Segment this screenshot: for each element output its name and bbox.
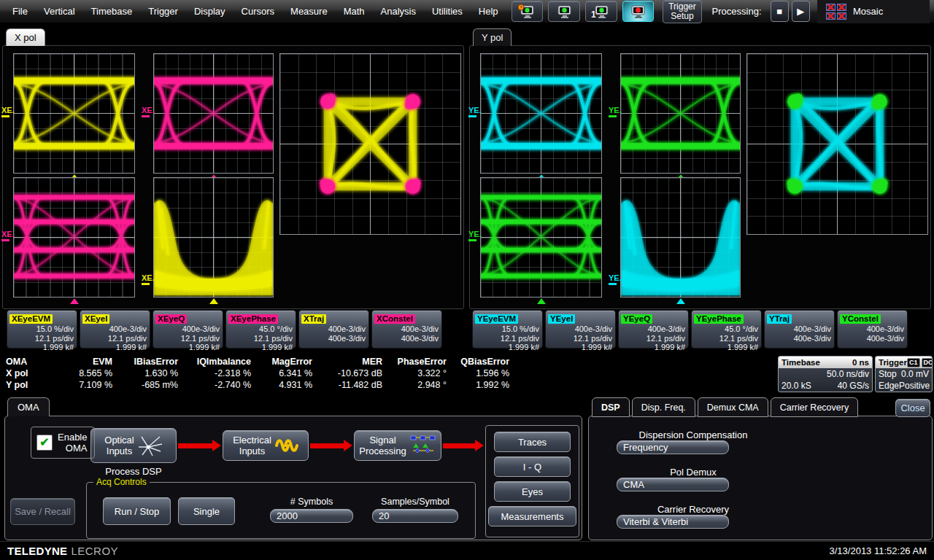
descriptor-label: YEyePhase xyxy=(694,314,744,324)
measurements-button[interactable]: Measurements xyxy=(488,506,576,526)
xpol-eye-q-cell[interactable]: XE. xyxy=(153,53,274,174)
tab-oma[interactable]: OMA xyxy=(7,397,50,416)
traces-button[interactable]: Traces xyxy=(494,432,571,452)
ypol-eye-i-cell[interactable]: YE. xyxy=(480,53,602,174)
teledyne-lecroy-logo: TELEDYNELECROY xyxy=(7,545,118,557)
descriptor-xconstel[interactable]: XConstel 400e-3/div 400e-3/div xyxy=(371,310,442,349)
close-button[interactable]: Close xyxy=(895,399,930,417)
descriptor-yconstel[interactable]: YConstel 400e-3/div 400e-3/div xyxy=(837,310,908,349)
ypol-eye-evm-cell[interactable]: YE. xyxy=(620,177,741,298)
electrical-inputs-button[interactable]: Electrical Inputs xyxy=(223,430,309,461)
tab-dsp[interactable]: DSP xyxy=(592,397,630,417)
menu-timebase[interactable]: Timebase xyxy=(83,6,141,17)
menu-trigger[interactable]: Trigger xyxy=(140,6,186,17)
run-stop-button[interactable]: Run / Stop xyxy=(103,497,171,525)
ypol-eye-phase-cell[interactable]: YE. xyxy=(480,177,602,298)
processing-play-button[interactable]: ▶ xyxy=(792,1,810,22)
timebase-summary-box[interactable]: Timebase 0 ns 50.0 ns/div 20.0 kS 40 GS/… xyxy=(778,356,873,392)
auto-trigger-button[interactable] xyxy=(512,1,544,22)
trigger-mode: Stop xyxy=(879,368,897,380)
dsp-dialog: DSP Disp. Freq. Demux CMA Carrier Recove… xyxy=(588,397,933,540)
carrier-recovery-select[interactable]: Viterbi & Viterbi xyxy=(617,515,729,529)
descriptor-xeyei[interactable]: XEyeI 400e-3/div 12.1 ps/div 1.999 k# xyxy=(80,310,150,349)
trigger-summary-box[interactable]: Trigger C1 DC Stop 0.0 mV Edge Positive xyxy=(875,356,933,392)
menu-utilities[interactable]: Utilities xyxy=(424,6,471,17)
ypol-eye-q-waveform xyxy=(621,54,740,173)
trigger-marker xyxy=(676,298,685,304)
processing-label: Processing: xyxy=(712,6,762,17)
menu-vertical[interactable]: Vertical xyxy=(36,6,83,17)
descriptor-yeyephase[interactable]: YEyePhase 45.0 °/div 12.1 ps/div 1.999 k… xyxy=(691,310,762,349)
xpol-eye-evm-cell[interactable]: XE. xyxy=(153,177,274,298)
save-recall-button[interactable]: Save / Recall xyxy=(10,498,75,525)
trigger-setup-button[interactable]: Trigger Setup xyxy=(663,0,701,23)
tab-xpol[interactable]: X pol xyxy=(6,28,45,46)
single-trigger-button[interactable]: 1 xyxy=(585,1,617,22)
tab-carrier-recovery[interactable]: Carrier Recovery xyxy=(771,397,858,417)
descriptor-xeyephase[interactable]: XEyePhase 45.0 °/div 12.1 ps/div 1.999 k… xyxy=(225,310,296,349)
signal-processing-button[interactable]: Signal Processing xyxy=(354,430,441,461)
acq-controls-group: Acq Controls Run / Stop Single # Symbols… xyxy=(86,482,476,539)
menu-analysis[interactable]: Analysis xyxy=(373,6,424,17)
auto-trigger-scope-icon xyxy=(517,4,537,20)
menu-help[interactable]: Help xyxy=(471,6,506,17)
normal-trigger-button[interactable] xyxy=(548,1,580,22)
flow-arrow xyxy=(443,443,475,448)
processing-stop-button[interactable]: ■ xyxy=(771,1,789,22)
ypol-panel: Y pol YE. YE. YE. YE. xyxy=(467,23,933,309)
trace-edge-label: XE. xyxy=(1,230,15,241)
xpol-eye-i-cell[interactable]: XE. xyxy=(13,53,135,174)
descriptor-xeyeevm[interactable]: XEyeEVM 15.0 %/div 12.1 ps/div 1.999 k# xyxy=(7,310,77,349)
descriptor-ytraj[interactable]: YTraj 400e-3/div 400e-3/div xyxy=(764,310,835,349)
xpol-eye-phase-cell[interactable]: XE. xyxy=(13,177,135,298)
trigger-marker xyxy=(209,298,218,304)
descriptor-yeyeq[interactable]: YEyeQ 400e-3/div 12.1 ps/div 1.999 k# xyxy=(618,310,689,349)
optical-inputs-button[interactable]: Optical Inputs xyxy=(90,428,177,463)
trace-edge-label: XE. xyxy=(142,106,155,117)
trigger-level: 0.0 mV xyxy=(901,368,929,380)
ypol-eye-evm-waveform xyxy=(621,178,740,297)
trigger-title: Trigger xyxy=(879,358,907,367)
tab-ypol[interactable]: Y pol xyxy=(473,28,512,46)
tab-disp-freq[interactable]: Disp. Freq. xyxy=(632,397,695,417)
descriptor-xtraj[interactable]: XTraj 400e-3/div 400e-3/div xyxy=(298,310,369,349)
dispersion-compensation-select[interactable]: Frequency xyxy=(617,440,729,454)
eyes-button[interactable]: Eyes xyxy=(494,481,571,502)
ypol-eye-i-waveform xyxy=(481,54,601,173)
timebase-title: Timebase xyxy=(781,358,820,367)
menu-measure[interactable]: Measure xyxy=(282,6,336,17)
ypol-constellation-cell[interactable] xyxy=(746,53,928,235)
tab-demux-cma[interactable]: Demux CMA xyxy=(698,397,768,417)
descriptor-yeyei[interactable]: YEyeI 400e-3/div 12.1 ps/div 1.999 k# xyxy=(545,310,616,349)
xpol-constellation-cell[interactable] xyxy=(279,53,461,235)
pol-demux-select[interactable]: CMA xyxy=(617,478,729,491)
measurement-table-title: OMA xyxy=(6,356,51,368)
stop-trigger-button[interactable] xyxy=(622,1,655,22)
menu-display[interactable]: Display xyxy=(186,6,234,17)
dsp-tab-strip: DSP Disp. Freq. Demux CMA Carrier Recove… xyxy=(592,397,858,417)
trigger-kind: Edge xyxy=(879,380,899,392)
sine-wave-icon xyxy=(275,438,298,454)
descriptor-yeyeevm[interactable]: YEyeEVM 15.0 %/div 12.1 ps/div 1.999 k# xyxy=(472,310,543,349)
samples-per-symbol-input[interactable] xyxy=(372,509,458,523)
oma-dialog: OMA ✔ Enable OMA Optical Inputs Process … xyxy=(4,397,582,540)
xpol-eye-q-waveform xyxy=(154,54,273,173)
xpol-constellation-waveform xyxy=(280,54,460,234)
menu-cursors[interactable]: Cursors xyxy=(234,6,283,17)
trace-edge-label: YE. xyxy=(609,106,622,117)
xpol-eye-evm-waveform xyxy=(154,178,273,297)
menu-file[interactable]: File xyxy=(4,6,36,17)
symbols-input[interactable] xyxy=(270,509,353,523)
play-icon: ▶ xyxy=(797,6,804,17)
menu-math[interactable]: Math xyxy=(336,6,373,17)
iq-button[interactable]: I - Q xyxy=(494,456,571,477)
descriptor-label: XTraj xyxy=(301,314,326,324)
ypol-eye-q-cell[interactable]: YE. xyxy=(620,53,741,174)
descriptor-xeyeq[interactable]: XEyeQ 400e-3/div 12.1 ps/div 1.999 k# xyxy=(153,310,223,349)
trigger-slope: Positive xyxy=(899,380,930,392)
descriptor-label: XEyeEVM xyxy=(9,314,53,324)
enable-oma-checkbox[interactable]: ✔ Enable OMA xyxy=(31,427,95,459)
single-button[interactable]: Single xyxy=(178,497,235,525)
measurement-table: OMA EVM IBiasError IQImbalance MagError … xyxy=(6,356,509,391)
mosaic-display-button[interactable]: Mosaic xyxy=(817,0,930,23)
